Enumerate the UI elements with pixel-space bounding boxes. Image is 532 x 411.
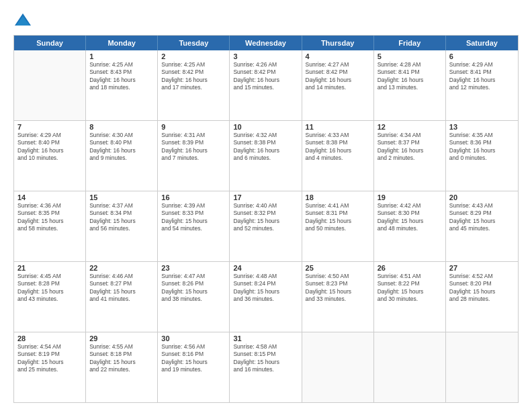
day-header-tuesday: Tuesday [158, 36, 230, 50]
day-number: 10 [233, 123, 298, 131]
calendar-row-3: 14Sunrise: 4:36 AM Sunset: 8:35 PM Dayli… [14, 191, 518, 262]
calendar-row-2: 7Sunrise: 4:29 AM Sunset: 8:40 PM Daylig… [14, 121, 518, 191]
day-number: 21 [17, 264, 82, 272]
day-info: Sunrise: 4:29 AM Sunset: 8:41 PM Dayligh… [449, 61, 515, 92]
calendar-day-1: 1Sunrise: 4:25 AM Sunset: 8:43 PM Daylig… [86, 50, 158, 120]
day-number: 6 [449, 52, 515, 60]
calendar-day-25: 25Sunrise: 4:50 AM Sunset: 8:23 PM Dayli… [302, 262, 374, 332]
day-info: Sunrise: 4:27 AM Sunset: 8:42 PM Dayligh… [306, 61, 370, 92]
day-info: Sunrise: 4:31 AM Sunset: 8:39 PM Dayligh… [161, 132, 226, 163]
calendar-day-21: 21Sunrise: 4:45 AM Sunset: 8:28 PM Dayli… [14, 262, 86, 332]
day-info: Sunrise: 4:30 AM Sunset: 8:40 PM Dayligh… [89, 132, 154, 163]
day-info: Sunrise: 4:25 AM Sunset: 8:42 PM Dayligh… [161, 61, 226, 92]
calendar-day-22: 22Sunrise: 4:46 AM Sunset: 8:27 PM Dayli… [86, 262, 158, 332]
day-info: Sunrise: 4:51 AM Sunset: 8:22 PM Dayligh… [378, 273, 442, 304]
day-number: 9 [161, 123, 226, 131]
day-info: Sunrise: 4:42 AM Sunset: 8:30 PM Dayligh… [378, 202, 442, 233]
day-info: Sunrise: 4:40 AM Sunset: 8:32 PM Dayligh… [233, 202, 298, 233]
day-info: Sunrise: 4:39 AM Sunset: 8:33 PM Dayligh… [161, 202, 226, 233]
day-info: Sunrise: 4:32 AM Sunset: 8:38 PM Dayligh… [233, 132, 298, 163]
day-header-sunday: Sunday [14, 36, 86, 50]
calendar-day-8: 8Sunrise: 4:30 AM Sunset: 8:40 PM Daylig… [86, 121, 158, 191]
day-number: 5 [378, 52, 442, 60]
day-number: 24 [233, 264, 298, 272]
day-header-friday: Friday [374, 36, 446, 50]
calendar-day-5: 5Sunrise: 4:28 AM Sunset: 8:41 PM Daylig… [374, 50, 446, 120]
calendar-day-31: 31Sunrise: 4:58 AM Sunset: 8:15 PM Dayli… [230, 332, 302, 402]
day-header-thursday: Thursday [302, 36, 374, 50]
calendar-day-29: 29Sunrise: 4:55 AM Sunset: 8:18 PM Dayli… [86, 332, 158, 402]
calendar-day-10: 10Sunrise: 4:32 AM Sunset: 8:38 PM Dayli… [230, 121, 302, 191]
calendar-day-28: 28Sunrise: 4:54 AM Sunset: 8:19 PM Dayli… [14, 332, 86, 402]
day-number: 3 [233, 52, 298, 60]
calendar-empty-cell [14, 50, 86, 120]
day-info: Sunrise: 4:26 AM Sunset: 8:42 PM Dayligh… [233, 61, 298, 92]
day-info: Sunrise: 4:46 AM Sunset: 8:27 PM Dayligh… [89, 273, 154, 304]
calendar-day-13: 13Sunrise: 4:35 AM Sunset: 8:36 PM Dayli… [446, 121, 518, 191]
calendar-day-9: 9Sunrise: 4:31 AM Sunset: 8:39 PM Daylig… [158, 121, 230, 191]
day-number: 8 [89, 123, 154, 131]
calendar-day-19: 19Sunrise: 4:42 AM Sunset: 8:30 PM Dayli… [374, 191, 446, 261]
page: SundayMondayTuesdayWednesdayThursdayFrid… [0, 0, 532, 411]
day-info: Sunrise: 4:33 AM Sunset: 8:38 PM Dayligh… [306, 132, 370, 163]
day-number: 29 [89, 334, 154, 342]
day-info: Sunrise: 4:36 AM Sunset: 8:35 PM Dayligh… [17, 202, 82, 233]
calendar-day-6: 6Sunrise: 4:29 AM Sunset: 8:41 PM Daylig… [446, 50, 518, 120]
calendar-day-24: 24Sunrise: 4:48 AM Sunset: 8:24 PM Dayli… [230, 262, 302, 332]
day-number: 23 [161, 264, 226, 272]
calendar-day-11: 11Sunrise: 4:33 AM Sunset: 8:38 PM Dayli… [302, 121, 374, 191]
calendar-body: 1Sunrise: 4:25 AM Sunset: 8:43 PM Daylig… [14, 50, 518, 402]
calendar-empty-cell [374, 332, 446, 402]
calendar-empty-cell [302, 332, 374, 402]
day-number: 18 [306, 193, 370, 201]
day-number: 4 [306, 52, 370, 60]
calendar-day-27: 27Sunrise: 4:52 AM Sunset: 8:20 PM Dayli… [446, 262, 518, 332]
calendar-day-4: 4Sunrise: 4:27 AM Sunset: 8:42 PM Daylig… [302, 50, 374, 120]
calendar-day-3: 3Sunrise: 4:26 AM Sunset: 8:42 PM Daylig… [230, 50, 302, 120]
day-number: 17 [233, 193, 298, 201]
day-number: 19 [378, 193, 442, 201]
day-number: 26 [378, 264, 442, 272]
day-info: Sunrise: 4:28 AM Sunset: 8:41 PM Dayligh… [378, 61, 442, 92]
day-number: 15 [89, 193, 154, 201]
calendar-day-14: 14Sunrise: 4:36 AM Sunset: 8:35 PM Dayli… [14, 191, 86, 261]
day-number: 27 [449, 264, 515, 272]
day-header-saturday: Saturday [446, 36, 518, 50]
day-number: 31 [233, 334, 298, 342]
calendar-row-5: 28Sunrise: 4:54 AM Sunset: 8:19 PM Dayli… [14, 332, 518, 402]
calendar-day-7: 7Sunrise: 4:29 AM Sunset: 8:40 PM Daylig… [14, 121, 86, 191]
day-header-wednesday: Wednesday [230, 36, 302, 50]
calendar-empty-cell [446, 332, 518, 402]
day-info: Sunrise: 4:54 AM Sunset: 8:19 PM Dayligh… [17, 343, 82, 374]
calendar-row-1: 1Sunrise: 4:25 AM Sunset: 8:43 PM Daylig… [14, 50, 518, 121]
calendar-day-20: 20Sunrise: 4:43 AM Sunset: 8:29 PM Dayli… [446, 191, 518, 261]
day-number: 20 [449, 193, 515, 201]
day-number: 7 [17, 123, 82, 131]
calendar-day-18: 18Sunrise: 4:41 AM Sunset: 8:31 PM Dayli… [302, 191, 374, 261]
header [13, 11, 519, 30]
day-number: 1 [89, 52, 154, 60]
logo-icon [13, 11, 32, 30]
day-number: 25 [306, 264, 370, 272]
calendar: SundayMondayTuesdayWednesdayThursdayFrid… [13, 35, 519, 403]
day-info: Sunrise: 4:25 AM Sunset: 8:43 PM Dayligh… [89, 61, 154, 92]
day-number: 11 [306, 123, 370, 131]
day-number: 12 [378, 123, 442, 131]
day-info: Sunrise: 4:50 AM Sunset: 8:23 PM Dayligh… [306, 273, 370, 304]
day-info: Sunrise: 4:43 AM Sunset: 8:29 PM Dayligh… [449, 202, 515, 233]
day-number: 22 [89, 264, 154, 272]
day-info: Sunrise: 4:35 AM Sunset: 8:36 PM Dayligh… [449, 132, 515, 163]
day-info: Sunrise: 4:29 AM Sunset: 8:40 PM Dayligh… [17, 132, 82, 163]
day-info: Sunrise: 4:56 AM Sunset: 8:16 PM Dayligh… [161, 343, 226, 374]
calendar-row-4: 21Sunrise: 4:45 AM Sunset: 8:28 PM Dayli… [14, 262, 518, 332]
calendar-header: SundayMondayTuesdayWednesdayThursdayFrid… [14, 36, 518, 50]
day-info: Sunrise: 4:47 AM Sunset: 8:26 PM Dayligh… [161, 273, 226, 304]
calendar-day-16: 16Sunrise: 4:39 AM Sunset: 8:33 PM Dayli… [158, 191, 230, 261]
day-info: Sunrise: 4:34 AM Sunset: 8:37 PM Dayligh… [378, 132, 442, 163]
calendar-day-12: 12Sunrise: 4:34 AM Sunset: 8:37 PM Dayli… [374, 121, 446, 191]
calendar-day-15: 15Sunrise: 4:37 AM Sunset: 8:34 PM Dayli… [86, 191, 158, 261]
calendar-day-26: 26Sunrise: 4:51 AM Sunset: 8:22 PM Dayli… [374, 262, 446, 332]
calendar-day-2: 2Sunrise: 4:25 AM Sunset: 8:42 PM Daylig… [158, 50, 230, 120]
calendar-day-17: 17Sunrise: 4:40 AM Sunset: 8:32 PM Dayli… [230, 191, 302, 261]
day-info: Sunrise: 4:41 AM Sunset: 8:31 PM Dayligh… [306, 202, 370, 233]
